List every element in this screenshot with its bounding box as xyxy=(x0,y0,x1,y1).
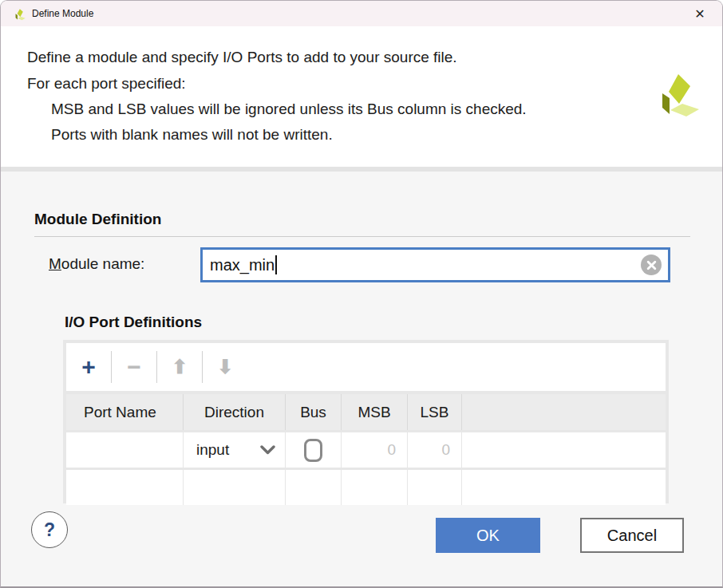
cancel-button[interactable]: Cancel xyxy=(580,518,684,553)
chevron-down-icon xyxy=(260,445,275,455)
direction-cell[interactable] xyxy=(184,470,286,505)
x-icon xyxy=(646,260,657,270)
clear-input-icon[interactable] xyxy=(641,255,662,275)
module-name-mnemonic: M xyxy=(49,255,61,272)
column-header-port-name: Port Name xyxy=(66,394,184,430)
direction-value: input xyxy=(196,441,229,459)
toolbar-separator xyxy=(202,351,203,383)
row-filler-cell xyxy=(462,432,666,468)
close-button[interactable]: ✕ xyxy=(682,1,717,26)
title-bar: Define Module ✕ xyxy=(1,1,722,26)
description-line-3: MSB and LSB values will be ignored unles… xyxy=(51,101,527,118)
table-toolbar: + − ⬆ ⬇ xyxy=(66,343,666,391)
module-definition-heading: Module Definition xyxy=(34,211,161,228)
port-name-cell[interactable] xyxy=(66,432,184,468)
section-divider xyxy=(1,167,722,172)
column-header-msb: MSB xyxy=(342,394,408,430)
port-name-cell[interactable] xyxy=(66,470,184,505)
dialog-description-panel: Define a module and specify I/O Ports to… xyxy=(1,26,722,167)
direction-dropdown[interactable]: input xyxy=(184,432,286,468)
module-name-label: Module name: xyxy=(49,255,144,273)
module-name-label-rest: odule name: xyxy=(61,255,145,272)
bus-checkbox-cell xyxy=(286,432,342,468)
port-table-grid: Port Name Direction Bus MSB LSB input 0 … xyxy=(66,394,666,505)
define-module-dialog: Define Module ✕ Define a module and spec… xyxy=(0,0,723,588)
window-title: Define Module xyxy=(32,8,93,19)
move-up-button[interactable]: ⬆ xyxy=(161,349,198,385)
description-line-2: For each port specified: xyxy=(27,75,186,93)
column-header-filler xyxy=(462,394,666,430)
text-caret xyxy=(275,255,277,274)
column-header-direction: Direction xyxy=(184,394,286,430)
description-line-1: Define a module and specify I/O Ports to… xyxy=(27,49,457,66)
msb-cell[interactable]: 0 xyxy=(342,432,408,468)
bus-checkbox[interactable] xyxy=(304,439,322,462)
ok-button[interactable]: OK xyxy=(436,518,540,553)
io-port-definitions-heading: I/O Port Definitions xyxy=(65,314,202,331)
toolbar-separator xyxy=(111,351,112,383)
row-filler-cell xyxy=(462,470,666,505)
move-down-button[interactable]: ⬇ xyxy=(207,349,243,385)
bus-cell[interactable] xyxy=(286,470,342,505)
vivado-logo xyxy=(649,68,700,120)
heading-rule xyxy=(34,236,690,237)
lsb-cell[interactable] xyxy=(408,470,462,505)
module-name-input[interactable]: max_min xyxy=(200,247,670,282)
column-header-bus: Bus xyxy=(286,394,342,430)
help-button[interactable]: ? xyxy=(31,511,68,548)
vivado-logo-icon xyxy=(12,7,26,21)
column-header-lsb: LSB xyxy=(408,394,462,430)
add-port-button[interactable]: + xyxy=(70,349,107,385)
lsb-cell[interactable]: 0 xyxy=(408,432,462,468)
toolbar-separator xyxy=(156,351,157,383)
remove-port-button[interactable]: − xyxy=(116,349,152,385)
description-line-4: Ports with blank names will not be writt… xyxy=(51,126,333,144)
module-name-value: max_min xyxy=(210,256,275,274)
msb-cell[interactable] xyxy=(342,470,408,505)
io-port-table: + − ⬆ ⬇ Port Name Direction Bus MSB LSB … xyxy=(63,340,669,503)
